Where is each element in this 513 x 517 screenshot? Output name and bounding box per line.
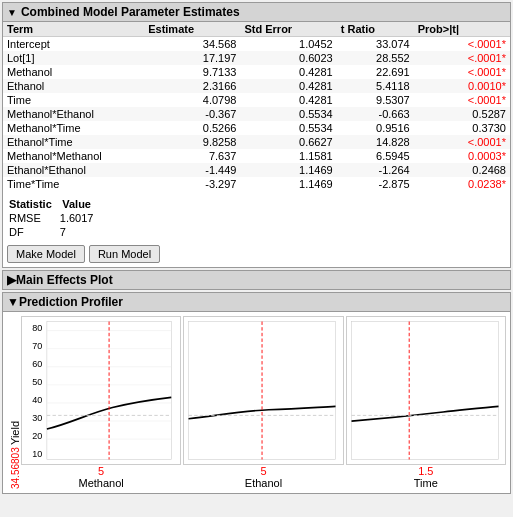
methanol-svg: 80 70 60 50 40 30 20 10: [22, 317, 180, 464]
cell-estimate: -0.367: [144, 107, 240, 121]
cell-tratio: -1.264: [337, 163, 414, 177]
svg-text:40: 40: [32, 395, 42, 405]
cell-prob: <.0001*: [414, 37, 510, 52]
table-row: Ethanol*Ethanol -1.449 1.1469 -1.264 0.2…: [3, 163, 510, 177]
cell-prob: <.0001*: [414, 65, 510, 79]
svg-text:1.4: 1.4: [404, 463, 416, 464]
combined-model-title: Combined Model Parameter Estimates: [21, 5, 240, 19]
main-effects-header[interactable]: ▶ Main Effects Plot: [2, 270, 511, 290]
y-axis-label: Yield: [9, 421, 21, 445]
svg-text:50: 50: [32, 377, 42, 387]
cell-estimate: 2.3166: [144, 79, 240, 93]
stat-row: DF 7: [7, 225, 99, 239]
make-model-button[interactable]: Make Model: [7, 245, 85, 263]
main-effects-title: Main Effects Plot: [16, 273, 113, 287]
svg-text:8: 8: [275, 463, 280, 464]
time-plot: 1 1.2 1.4 1.6 1.8 2: [346, 316, 506, 465]
svg-text:4: 4: [94, 463, 99, 464]
run-model-button[interactable]: Run Model: [89, 245, 160, 263]
svg-text:0: 0: [45, 463, 50, 464]
svg-text:4: 4: [245, 463, 250, 464]
button-row: Make Model Run Model: [3, 241, 510, 267]
collapse-triangle[interactable]: ▼: [7, 7, 17, 18]
cell-estimate: 7.637: [144, 149, 240, 163]
stat-name: DF: [7, 225, 58, 239]
svg-text:30: 30: [32, 413, 42, 423]
ethanol-svg: 0 2 4 6 8 10: [184, 317, 342, 464]
cell-term: Methanol*Methanol: [3, 149, 144, 163]
time-x-name: Time: [346, 477, 506, 489]
stat-value: 1.6017: [58, 211, 100, 225]
cell-stderr: 1.1469: [240, 163, 336, 177]
cell-prob: <.0001*: [414, 135, 510, 149]
cell-estimate: 17.197: [144, 51, 240, 65]
cell-term: Ethanol: [3, 79, 144, 93]
cell-estimate: 34.568: [144, 37, 240, 52]
stat-table: Statistic Value RMSE 1.6017 DF 7: [7, 197, 99, 239]
table-row: Methanol*Time 0.5266 0.5534 0.9516 0.373…: [3, 121, 510, 135]
svg-text:60: 60: [32, 359, 42, 369]
cell-term: Time: [3, 93, 144, 107]
svg-text:1.6: 1.6: [434, 463, 446, 464]
svg-text:10: 10: [154, 463, 163, 464]
cell-stderr: 0.4281: [240, 79, 336, 93]
cell-stderr: 1.1469: [240, 177, 336, 191]
cell-prob: <.0001*: [414, 93, 510, 107]
table-row: Methanol*Methanol 7.637 1.1581 6.5945 0.…: [3, 149, 510, 163]
cell-tratio: 22.691: [337, 65, 414, 79]
svg-text:20: 20: [32, 431, 42, 441]
profiler-triangle[interactable]: ▼: [7, 295, 19, 309]
methanol-x-value: 5: [21, 465, 181, 477]
svg-text:6: 6: [107, 463, 112, 464]
cell-tratio: 33.074: [337, 37, 414, 52]
cell-tratio: 28.552: [337, 51, 414, 65]
cell-term: Ethanol*Time: [3, 135, 144, 149]
main-effects-triangle: ▶: [7, 273, 16, 287]
methanol-label-cell: 5 Methanol: [21, 465, 181, 489]
svg-text:8: 8: [132, 463, 137, 464]
cell-stderr: 0.4281: [240, 93, 336, 107]
cell-tratio: 9.5307: [337, 93, 414, 107]
cell-estimate: 4.0798: [144, 93, 240, 107]
cell-stderr: 1.0452: [240, 37, 336, 52]
stat-col-header: Statistic: [7, 197, 58, 211]
svg-rect-33: [351, 322, 498, 460]
svg-text:10: 10: [32, 449, 42, 459]
cell-estimate: 0.5266: [144, 121, 240, 135]
table-row: Ethanol 2.3166 0.4281 5.4118 0.0010*: [3, 79, 510, 93]
combined-model-body: Term Estimate Std Error t Ratio Prob>|t|…: [3, 22, 510, 267]
profiler-header: ▼ Prediction Profiler: [3, 293, 510, 312]
svg-text:2: 2: [496, 463, 500, 464]
cell-prob: <.0001*: [414, 51, 510, 65]
cell-prob: 0.3730: [414, 121, 510, 135]
time-label-cell: 1.5 Time: [346, 465, 506, 489]
time-x-value: 1.5: [346, 465, 506, 477]
table-row: Time 4.0798 0.4281 9.5307 <.0001*: [3, 93, 510, 107]
cell-tratio: 14.828: [337, 135, 414, 149]
cell-tratio: -2.875: [337, 177, 414, 191]
estimates-table: Term Estimate Std Error t Ratio Prob>|t|…: [3, 22, 510, 191]
y-axis-container: 34.56803 Yield: [7, 316, 21, 489]
profiler-content: 34.56803 Yield 80 70 60 50 40 30 20 10: [3, 312, 510, 493]
cell-term: Intercept: [3, 37, 144, 52]
cell-term: Ethanol*Ethanol: [3, 163, 144, 177]
table-row: Methanol 9.7133 0.4281 22.691 <.0001*: [3, 65, 510, 79]
cell-estimate: 9.7133: [144, 65, 240, 79]
cell-term: Methanol*Ethanol: [3, 107, 144, 121]
svg-text:2: 2: [216, 463, 220, 464]
cell-tratio: 5.4118: [337, 79, 414, 93]
cell-stderr: 0.5534: [240, 121, 336, 135]
table-row: Methanol*Ethanol -0.367 0.5534 -0.663 0.…: [3, 107, 510, 121]
svg-text:6: 6: [260, 463, 265, 464]
combined-model-panel: ▼ Combined Model Parameter Estimates Ter…: [2, 2, 511, 268]
table-row: Intercept 34.568 1.0452 33.074 <.0001*: [3, 37, 510, 52]
chart-area: 80 70 60 50 40 30 20 10: [21, 316, 506, 489]
table-row: Ethanol*Time 9.8258 0.6627 14.828 <.0001…: [3, 135, 510, 149]
stat-value-header: Value: [58, 197, 100, 211]
ethanol-plot: 0 2 4 6 8 10: [183, 316, 343, 465]
cell-prob: 0.0238*: [414, 177, 510, 191]
cell-term: Methanol*Time: [3, 121, 144, 135]
svg-text:80: 80: [32, 323, 42, 333]
table-row: Lot[1] 17.197 0.6023 28.552 <.0001*: [3, 51, 510, 65]
cell-prob: 0.0010*: [414, 79, 510, 93]
